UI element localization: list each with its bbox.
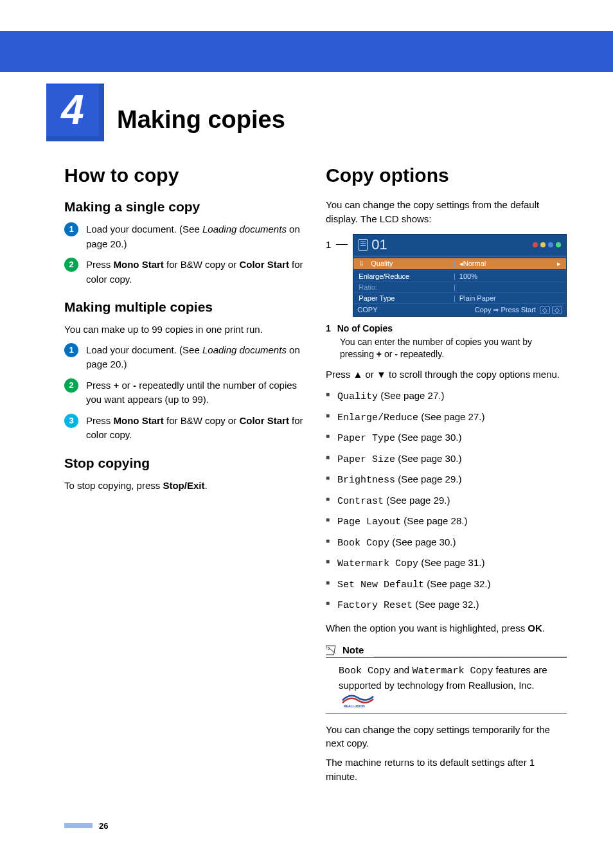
making-multiple-copies-heading: Making multiple copies [64, 299, 305, 315]
option-quality: Quality (See page 27.) [326, 386, 567, 407]
press-ok-hint: When the option you want is highlighted,… [326, 621, 567, 635]
lcd-row-quality: ⇩ Quality | ◂ Normal ▸ [353, 256, 566, 270]
step-badge-3: 3 [64, 414, 78, 428]
step-text: Press [86, 259, 114, 270]
step-badge-1: 1 [64, 343, 78, 357]
ink-dot-yellow [540, 242, 546, 247]
note-label: Note [342, 644, 364, 655]
temp-settings-text: You can change the copy settings tempora… [326, 723, 567, 751]
lcd-legend: 1 No of Copies [326, 323, 567, 333]
ink-dot-red [533, 242, 538, 247]
ink-dot-green [556, 242, 561, 247]
multi-step-3: 3 Press Mono Start for B&W copy or Color… [64, 414, 305, 443]
option-enlarge-reduce: Enlarge/Reduce (See page 27.) [326, 407, 567, 429]
chapter-title: Making copies [117, 106, 285, 141]
making-single-copy-heading: Making a single copy [64, 199, 305, 215]
ink-level-dots [533, 242, 561, 247]
option-brightness: Brightness (See page 29.) [326, 470, 567, 491]
start-badge-mono-icon: ◇ [540, 306, 550, 314]
key-color-start: Color Start [239, 259, 289, 270]
how-to-copy-heading: How to copy [64, 164, 305, 186]
lcd-screen: 01 ⇩ Quality | [353, 234, 567, 317]
key-plus: + [377, 349, 382, 359]
stop-copying-body: To stop copying, press Stop/Exit. [64, 479, 305, 493]
chapter-header: 4 Making copies [46, 84, 567, 141]
lcd-footer: COPY Copy ⇒ Press Start ◇◇ [353, 303, 566, 316]
copy-options-list: Quality (See page 27.) Enlarge/Reduce (S… [326, 386, 567, 616]
chapter-number: 4 [46, 84, 104, 141]
callout-number: 1 [326, 234, 331, 250]
page-number: 26 [99, 821, 108, 831]
step-badge-2: 2 [64, 258, 78, 272]
option-set-new-default: Set New Default (See page 32.) [326, 574, 567, 596]
note-icon [326, 644, 339, 656]
key-mono-start: Mono Start [114, 259, 164, 270]
lcd-row-papertype: Paper Type|Plain Paper [353, 292, 566, 303]
single-copy-step-1: 1 Load your document. (See Loading docum… [64, 222, 305, 251]
left-column: How to copy Making a single copy 1 Load … [64, 164, 305, 789]
option-watermark-copy: Watermark Copy (See page 31.) [326, 553, 567, 574]
stop-copying-heading: Stop copying [64, 456, 305, 471]
lcd-row-ratio: Ratio:| [353, 281, 566, 292]
option-factory-reset: Factory Reset (See page 32.) [326, 595, 567, 616]
svg-text:REALLUSION: REALLUSION [344, 704, 365, 708]
option-page-layout: Page Layout (See page 28.) [326, 511, 567, 533]
step-badge-1: 1 [64, 222, 78, 236]
right-column: Copy options You can change the copy set… [326, 164, 567, 789]
lcd-copies-count: 01 [359, 236, 387, 253]
copy-options-intro: You can change the copy settings from th… [326, 198, 567, 226]
key-color-start: Color Start [239, 415, 289, 426]
option-contrast: Contrast (See page 29.) [326, 491, 567, 512]
ink-dot-blue [548, 242, 553, 247]
return-default-text: The machine returns to its default setti… [326, 756, 567, 784]
key-plus: + [114, 380, 120, 391]
key-mono-start: Mono Start [114, 415, 164, 426]
page-footer: 26 [64, 821, 567, 831]
footer-accent-bar [64, 823, 93, 828]
option-book-copy: Book Copy (See page 30.) [326, 533, 567, 554]
key-stop-exit: Stop/Exit [163, 480, 204, 491]
lcd-legend-sub: You can enter the number of copies you w… [340, 336, 567, 361]
callout-line [336, 244, 348, 245]
svg-rect-0 [326, 646, 335, 655]
scroll-hint: Press ▲ or ▼ to scroll through the copy … [326, 368, 567, 382]
multi-intro: You can make up to 99 copies in one prin… [64, 323, 305, 337]
reallusion-logo: REALLUSION [341, 694, 375, 708]
link-loading-documents[interactable]: Loading documents [202, 344, 287, 355]
step-text: Load your document. (See [86, 224, 202, 235]
multi-step-2: 2 Press + or - repeatedly until the numb… [64, 378, 305, 407]
lcd-diagram: 1 01 [326, 234, 567, 317]
note-box: Note Book Copy and Watermark Copy featur… [326, 644, 567, 714]
option-paper-size: Paper Size (See page 30.) [326, 449, 567, 470]
multi-step-1: 1 Load your document. (See Loading docum… [64, 343, 305, 372]
copy-options-heading: Copy options [326, 164, 567, 186]
single-copy-step-2: 2 Press Mono Start for B&W copy or Color… [64, 258, 305, 287]
start-badge-color-icon: ◇ [552, 306, 562, 314]
option-paper-type: Paper Type (See page 30.) [326, 428, 567, 449]
step-badge-2: 2 [64, 378, 78, 393]
document-icon [359, 239, 368, 251]
lcd-row-enlarge: Enlarge/Reduce|100% [353, 270, 566, 281]
note-body: Book Copy and Watermark Copy features ar… [326, 658, 567, 714]
link-loading-documents[interactable]: Loading documents [202, 224, 287, 235]
key-ok: OK [528, 623, 542, 633]
header-banner [0, 31, 613, 72]
